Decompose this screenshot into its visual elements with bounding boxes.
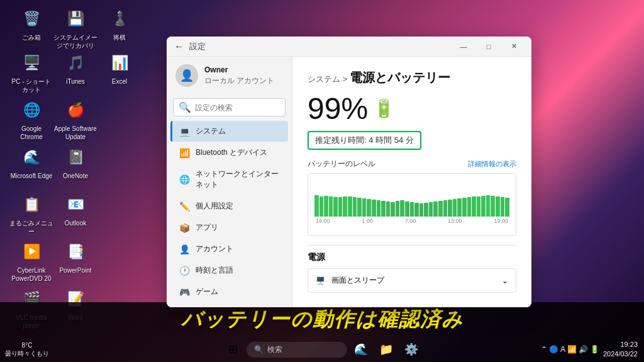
taskbar-edge-icon[interactable]: 🌊 [350, 338, 372, 361]
icon-img-system-image: 💾 [63, 6, 88, 31]
settings-search[interactable]: 🔍 [173, 98, 286, 116]
desktop: 🗑️ ごみ箱 💾 システムイメージでリカバリ ♟️ 将棋 🖥️ PC - ショー… [0, 0, 644, 362]
chart-bar [496, 196, 500, 217]
desktop-icon-apple-sw[interactable]: 🍎 Apple Software Update [53, 98, 97, 141]
chevron-down-icon: ⌄ [502, 276, 508, 285]
chart-bar [419, 203, 424, 217]
icon-img-outlook: 📧 [63, 192, 88, 217]
user-profile[interactable]: 👤 Owner ローカル アカウント [167, 57, 292, 94]
icon-label-menu: まるごみメニュー [9, 219, 53, 235]
chart-bar [501, 197, 505, 217]
nav-item-accounts[interactable]: 👤 アカウント [170, 239, 288, 259]
banner-text: バッテリーの動作は確認済み [181, 306, 464, 334]
chart-bar [505, 198, 509, 217]
taskbar-left: 8°C 曇り時々くもり [0, 341, 49, 358]
nav-label-accounts: アカウント [196, 244, 233, 254]
volume-icon[interactable]: 🔊 [579, 345, 588, 354]
screen-sleep-item[interactable]: 🖥️ 画面とスリープ ⌄ [308, 268, 516, 293]
nav-list: 💻 システム 📶 Bluetooth とデバイス 🌐 ネットワークとインターネッ… [167, 120, 292, 307]
chart-bar [391, 202, 395, 217]
chevron-icon[interactable]: ⌃ [541, 345, 547, 354]
window-controls: — □ ✕ [451, 37, 526, 57]
lang-icon[interactable]: A [560, 345, 565, 354]
battery-status: 99% 🔋 [308, 91, 516, 126]
icon-img-edge: 🌊 [19, 145, 44, 170]
nav-label-apps: アプリ [196, 222, 218, 233]
taskbar-settings-icon[interactable]: ⚙️ [400, 338, 423, 361]
maximize-button[interactable]: □ [476, 37, 501, 57]
screen-sleep-left: 🖥️ 画面とスリープ [316, 275, 384, 286]
breadcrumb-sep: > [343, 74, 350, 84]
desktop-icon-itunes[interactable]: 🎵 iTunes [53, 50, 97, 86]
nav-icon-personalization: ✏️ [179, 201, 189, 212]
chart-bar [353, 197, 357, 217]
nav-item-accessibility[interactable]: ♿ アクセシビリティ [170, 303, 288, 307]
battery-tray-icon[interactable]: 🔋 [590, 345, 599, 354]
chart-bar [333, 197, 338, 217]
chart-bar [462, 198, 467, 217]
desktop-icon-excel[interactable]: 📊 Excel [97, 50, 142, 86]
detail-link[interactable]: 詳細情報の表示 [468, 159, 516, 169]
icon-label-onenote: OneNote [63, 172, 88, 180]
desktop-icon-system-image[interactable]: 💾 システムイメージでリカバリ [53, 6, 97, 50]
icon-img-trash: 🗑️ [19, 6, 44, 31]
nav-item-personalization[interactable]: ✏️ 個人用設定 [170, 196, 288, 217]
desktop-icon-cyberlink[interactable]: ▶️ CyberLink PowerDVD 20 [9, 239, 53, 283]
desktop-icon-outlook[interactable]: 📧 Outlook [53, 192, 97, 227]
nav-label-bluetooth: Bluetooth とデバイス [196, 147, 267, 158]
user-info: Owner ローカル アカウント [204, 65, 274, 86]
chart-bar [410, 202, 414, 217]
battery-percentage: 99% [308, 91, 368, 126]
battery-time-label: 推定残り時間: 4 時間 54 分 [315, 135, 414, 146]
nav-item-gaming[interactable]: 🎮 ゲーム [170, 281, 288, 302]
chart-bar [386, 201, 391, 217]
chart-labels: 19:001:007:0013:0019:00 [314, 218, 509, 224]
nav-item-apps[interactable]: 📦 アプリ [170, 217, 288, 238]
avatar: 👤 [175, 64, 198, 87]
close-button[interactable]: ✕ [501, 37, 526, 57]
nav-icon-accounts: 👤 [179, 244, 189, 254]
desktop-icon-trash[interactable]: 🗑️ ごみ箱 [9, 6, 53, 42]
wifi-icon[interactable]: 📶 [567, 345, 577, 354]
taskbar-search[interactable]: 🔍 検索 [247, 342, 347, 358]
icon-img-shogi: ♟️ [107, 6, 132, 31]
back-icon[interactable]: ← [174, 41, 184, 52]
chart-bar [362, 198, 367, 217]
icon-img-cyberlink: ▶️ [19, 239, 44, 264]
clock[interactable]: 19:23 2024/03/22 [603, 340, 638, 359]
power-section: 電源 🖥️ 画面とスリープ ⌄ [308, 245, 516, 293]
desktop-icon-powerpoint[interactable]: 📑 PowerPoint [53, 239, 97, 274]
icon-img-excel: 📊 [107, 50, 132, 76]
chart-bar [348, 196, 352, 217]
desktop-icon-shogi[interactable]: ♟️ 将棋 [97, 6, 142, 42]
nav-label-system: システム [196, 126, 226, 137]
desktop-icon-onenote[interactable]: 📓 OneNote [53, 145, 97, 180]
settings-search-input[interactable] [195, 103, 280, 112]
titlebar: ← 設定 — □ ✕ [167, 37, 531, 57]
breadcrumb-system[interactable]: システム [308, 74, 340, 84]
desktop-icon-edge[interactable]: 🌊 Microsoft Edge [9, 145, 53, 180]
nav-item-system[interactable]: 💻 システム [170, 121, 288, 142]
chart-bar [414, 203, 419, 217]
desktop-icon-chrome[interactable]: 🌐 Google Chrome [9, 98, 53, 141]
nav-item-time[interactable]: 🕐 時刻と言語 [170, 260, 288, 281]
nav-item-bluetooth[interactable]: 📶 Bluetooth とデバイス [170, 142, 288, 163]
desktop-icon-menu[interactable]: 📋 まるごみメニュー [9, 192, 53, 235]
start-button[interactable]: ⊞ [221, 338, 244, 361]
page-title: 電源とバッテリー [350, 71, 450, 84]
icon-label-pc: PC - ショートカット [9, 77, 53, 94]
bluetooth-tray-icon[interactable]: 🔵 [549, 345, 558, 354]
chart-bar [481, 196, 486, 217]
battery-time: 推定残り時間: 4 時間 54 分 [308, 131, 421, 150]
chart-bar [377, 200, 381, 217]
minimize-button[interactable]: — [451, 37, 476, 57]
icon-label-edge: Microsoft Edge [11, 172, 53, 180]
chart-bar [381, 201, 386, 217]
desktop-icon-pc[interactable]: 🖥️ PC - ショートカット [9, 50, 53, 94]
chart-bar [443, 200, 448, 217]
chart-area [314, 179, 509, 217]
power-title: 電源 [308, 252, 516, 263]
taskbar-folder-icon[interactable]: 📁 [375, 338, 397, 361]
nav-item-network[interactable]: 🌐 ネットワークとインターネット [170, 164, 288, 195]
chart-bar [338, 197, 343, 217]
